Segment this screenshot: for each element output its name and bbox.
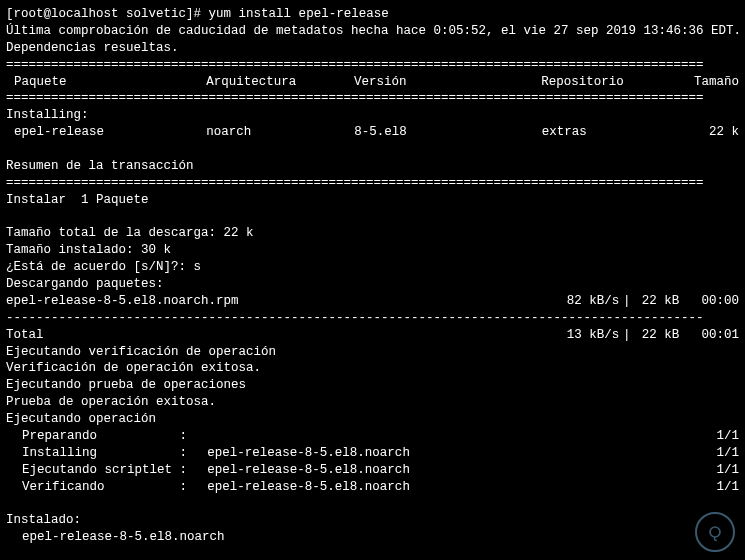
test-ok: Prueba de operación exitosa. — [6, 394, 739, 411]
cell-ver: 8-5.el8 — [354, 124, 541, 141]
divider-dash: ----------------------------------------… — [6, 310, 739, 327]
blank — [6, 141, 739, 158]
operation-row: Verificando : epel-release-8-5.el8.noarc… — [6, 479, 739, 496]
operation-row: Preparando : 1/1 — [6, 428, 739, 445]
col-package: Paquete — [6, 74, 206, 91]
col-size: Tamaño — [694, 74, 739, 91]
col-arch: Arquitectura — [206, 74, 354, 91]
cell-repo: extras — [542, 124, 695, 141]
summary-title: Resumen de la transacción — [6, 158, 739, 175]
col-repo: Repositorio — [541, 74, 694, 91]
cell-size: 22 k — [695, 124, 739, 141]
table-header: Paquete Arquitectura Versión Repositorio… — [6, 74, 739, 91]
test-run: Ejecutando prueba de operaciones — [6, 377, 739, 394]
blank — [6, 495, 739, 512]
operation-row: Ejecutando scriptlet : epel-release-8-5.… — [6, 462, 739, 479]
table-row: epel-release noarch 8-5.el8 extras 22 k — [6, 124, 739, 141]
svg-point-0 — [710, 527, 720, 537]
total-row: Total 13 kB/s | 22 kB 00:01 — [6, 327, 739, 344]
blank — [6, 546, 739, 560]
operation-row: Installing : epel-release-8-5.el8.noarch… — [6, 445, 739, 462]
download-row: epel-release-8-5.el8.noarch.rpm 82 kB/s … — [6, 293, 739, 310]
confirm-prompt[interactable]: ¿Está de acuerdo [s/N]?: s — [6, 259, 739, 276]
installed-size: Tamaño instalado: 30 k — [6, 242, 739, 259]
verify-ok: Verificación de operación exitosa. — [6, 360, 739, 377]
installed-pkg: epel-release-8-5.el8.noarch — [6, 529, 739, 546]
watermark-icon — [695, 512, 735, 552]
metadata-line: Última comprobación de caducidad de meta… — [6, 23, 739, 40]
divider-summary: ========================================… — [6, 175, 739, 192]
blank — [6, 209, 739, 226]
cell-arch: noarch — [206, 124, 354, 141]
cell-pkg: epel-release — [6, 124, 206, 141]
command-input[interactable]: yum install epel-release — [209, 7, 389, 21]
prompt-line-1: [root@localhost solvetic]# yum install e… — [6, 6, 739, 23]
installing-label: Installing: — [6, 107, 739, 124]
deps-line: Dependencias resueltas. — [6, 40, 739, 57]
col-version: Versión — [354, 74, 541, 91]
divider-header: ========================================… — [6, 90, 739, 107]
installed-header: Instalado: — [6, 512, 739, 529]
install-count: Instalar 1 Paquete — [6, 192, 739, 209]
downloading-label: Descargando paquetes: — [6, 276, 739, 293]
run-op: Ejecutando operación — [6, 411, 739, 428]
total-download: Tamaño total de la descarga: 22 k — [6, 225, 739, 242]
verify-run: Ejecutando verificación de operación — [6, 344, 739, 361]
divider-top: ========================================… — [6, 57, 739, 74]
